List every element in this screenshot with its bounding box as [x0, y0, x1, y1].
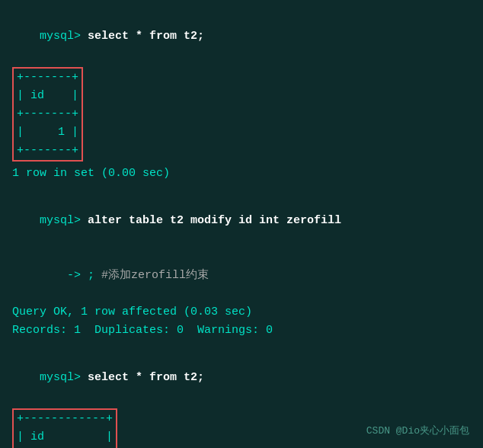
prompt-1: mysql> [40, 30, 88, 43]
table1-header: | id | [14, 87, 82, 105]
table2-border-top: +------------+ [14, 410, 116, 428]
table1-border-top: +-------+ [14, 69, 82, 87]
prompt-2: mysql> [40, 214, 88, 227]
spacer-1 [12, 183, 471, 194]
cmd-text-3: select * from t2; [88, 371, 204, 384]
command-line-1: mysql> select * from t2; [12, 9, 471, 64]
query-ok-line: Query OK, 1 row affected (0.03 sec) [12, 303, 471, 322]
cmd-text-2: alter table t2 modify id int zerofill [88, 214, 341, 227]
command-line-3: mysql> select * from t2; [12, 350, 471, 405]
spacer-2 [12, 340, 471, 350]
table1-row: | 1 | [14, 123, 82, 142]
continuation-line: -> ; #添加zerofill约束 [12, 248, 471, 303]
continuation-text: -> ; [40, 269, 101, 282]
table-result-1: +-------+ | id | +-------+ | 1 | +------… [12, 67, 83, 162]
watermark: CSDN @Dio夹心小面包 [366, 424, 469, 437]
command-line-2: mysql> alter table t2 modify id int zero… [12, 194, 471, 248]
comment-text: #添加zerofill约束 [101, 269, 209, 282]
row-count-1: 1 row in set (0.00 sec) [12, 165, 471, 183]
table1-border-mid: +-------+ [14, 105, 82, 123]
terminal-container: mysql> select * from t2; +-------+ | id … [12, 9, 471, 448]
records-line: Records: 1 Duplicates: 0 Warnings: 0 [12, 322, 471, 340]
cmd-text-1: select * from t2; [88, 30, 204, 43]
table2-header: | id | [14, 428, 116, 446]
table-result-2: +------------+ | id | +------------+ | 0… [12, 408, 117, 448]
table1-border-bot: +-------+ [14, 142, 82, 160]
prompt-3: mysql> [40, 371, 88, 384]
